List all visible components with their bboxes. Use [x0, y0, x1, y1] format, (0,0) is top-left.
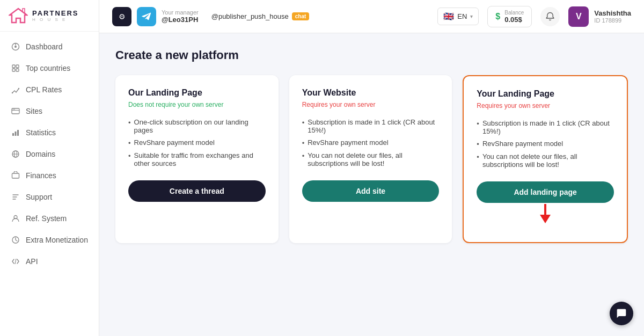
- svg-point-13: [13, 109, 14, 110]
- add-site-button[interactable]: Add site: [302, 180, 440, 202]
- sidebar-nav: Dashboard Top countries CPL Rates Sites: [0, 32, 99, 336]
- svg-point-3: [14, 46, 17, 48]
- main-area: ⚙ Your manager @Leo31PH @publisher_push_…: [99, 0, 644, 336]
- sidebar-item-ref-system[interactable]: Ref. System: [0, 208, 99, 229]
- your-landing-card: Your Landing Page Requires your own serv…: [463, 75, 628, 243]
- svg-rect-17: [17, 130, 19, 136]
- chevron-down-icon: ▾: [470, 13, 473, 19]
- your-landing-features: Subscription is made in 1 click (CR abou…: [477, 117, 614, 171]
- svg-rect-16: [15, 132, 17, 136]
- create-thread-button[interactable]: Create a thread: [128, 180, 266, 202]
- top-countries-icon: [11, 63, 20, 73]
- our-landing-title: Our Landing Page: [128, 88, 266, 98]
- feature-item: Subscription is made in 1 click (CR abou…: [477, 117, 614, 137]
- your-landing-title: Your Landing Page: [477, 89, 614, 99]
- logo-text: PARTNERS H O U S E: [32, 9, 79, 22]
- sites-icon: [11, 106, 20, 116]
- user-info: Vashishtha ID 178899: [594, 9, 631, 24]
- logo: PARTNERS H O U S E: [0, 0, 99, 32]
- chat-bubble-icon: [616, 308, 627, 319]
- svg-rect-21: [12, 173, 19, 178]
- content-area: Create a new platform Our Landing Page D…: [99, 33, 644, 336]
- telegram-icon-box[interactable]: [137, 7, 156, 26]
- svg-marker-0: [10, 9, 27, 23]
- sidebar-item-statistics[interactable]: Statistics: [0, 122, 99, 143]
- arrow-indicator: [477, 207, 614, 229]
- api-icon: [11, 257, 20, 266]
- feature-item: RevShare payment model: [128, 136, 266, 149]
- our-landing-features: One-click subscription on our landing pa…: [128, 116, 266, 170]
- your-website-features: Subscription is made in 1 click (CR abou…: [302, 116, 440, 170]
- sidebar-item-domains[interactable]: Domains: [0, 143, 99, 165]
- svg-line-24: [15, 259, 16, 264]
- your-landing-subtitle: Requires your own server: [477, 102, 614, 109]
- sidebar-item-cpl-rates[interactable]: CPL Rates: [0, 79, 99, 100]
- svg-point-10: [18, 88, 19, 89]
- feature-item: Suitable for traffic from exchanges and …: [128, 149, 266, 170]
- sidebar-item-dashboard[interactable]: Dashboard: [0, 36, 99, 57]
- sidebar-item-top-countries[interactable]: Top countries: [0, 57, 99, 79]
- telegram-icon: [142, 12, 151, 21]
- sidebar-item-api[interactable]: API: [0, 251, 99, 272]
- your-website-title: Your Website: [302, 88, 440, 98]
- red-arrow-icon: [537, 204, 554, 226]
- svg-point-14: [14, 109, 15, 110]
- feature-item: Subscription is made in 1 click (CR abou…: [302, 116, 440, 136]
- page-title: Create a new platform: [115, 48, 628, 62]
- chat-bubble-button[interactable]: [610, 302, 633, 325]
- your-website-subtitle: Requires your own server: [302, 101, 440, 108]
- your-website-card: Your Website Requires your own server Su…: [289, 75, 452, 243]
- svg-rect-6: [16, 65, 19, 68]
- extra-monetization-icon: [11, 235, 20, 245]
- feature-item: One-click subscription on our landing pa…: [128, 116, 266, 136]
- notifications-button[interactable]: [540, 7, 560, 26]
- balance-info: Balance 0.05$: [504, 10, 524, 24]
- arrow-svg: [537, 204, 554, 223]
- manager-info: Your manager @Leo31PH: [162, 9, 199, 24]
- svg-rect-7: [12, 69, 15, 71]
- svg-rect-8: [16, 69, 19, 71]
- sidebar-item-finances[interactable]: Finances: [0, 165, 99, 186]
- manager-section: ⚙ Your manager @Leo31PH: [112, 7, 199, 26]
- feature-item: RevShare payment model: [302, 136, 440, 149]
- logo-icon: [9, 8, 28, 24]
- balance-box[interactable]: $ Balance 0.05$: [487, 6, 532, 27]
- platform-cards: Our Landing Page Does not require your o…: [115, 75, 628, 243]
- feature-item: RevShare payment model: [477, 137, 614, 150]
- svg-marker-26: [540, 215, 551, 223]
- user-avatar: V: [568, 6, 589, 27]
- svg-rect-15: [12, 133, 14, 136]
- cpl-rates-icon: [11, 85, 20, 94]
- dashboard-icon: [11, 42, 20, 52]
- add-landing-page-button[interactable]: Add landing page: [477, 181, 614, 203]
- dollar-icon: $: [495, 12, 500, 21]
- svg-rect-5: [12, 65, 15, 68]
- ref-system-icon: [11, 214, 20, 223]
- our-landing-card: Our Landing Page Does not require your o…: [115, 75, 279, 243]
- user-profile: V Vashishtha ID 178899: [568, 6, 631, 27]
- svg-point-9: [12, 92, 13, 93]
- support-icon: [11, 192, 20, 202]
- sidebar-item-extra-monetization[interactable]: Extra Monetization: [0, 229, 99, 251]
- publisher-chat: @publisher_push_house chat: [211, 12, 310, 20]
- feature-item: You can not delete our files, all subscr…: [302, 149, 440, 170]
- sidebar: PARTNERS H O U S E Dashboard Top countri…: [0, 0, 99, 336]
- sidebar-item-sites[interactable]: Sites: [0, 100, 99, 122]
- language-selector[interactable]: 🇬🇧 EN ▾: [437, 8, 479, 25]
- svg-marker-1: [18, 9, 27, 15]
- finances-icon: [11, 171, 20, 180]
- our-landing-subtitle: Does not require your own server: [128, 101, 266, 108]
- dark-icon-box: ⚙: [112, 7, 131, 26]
- sidebar-item-support[interactable]: Support: [0, 186, 99, 208]
- statistics-icon: [11, 128, 20, 137]
- bell-icon: [545, 12, 555, 21]
- domains-icon: [11, 149, 20, 159]
- feature-item: You can not delete our files, all subscr…: [477, 150, 614, 171]
- header: ⚙ Your manager @Leo31PH @publisher_push_…: [99, 0, 644, 33]
